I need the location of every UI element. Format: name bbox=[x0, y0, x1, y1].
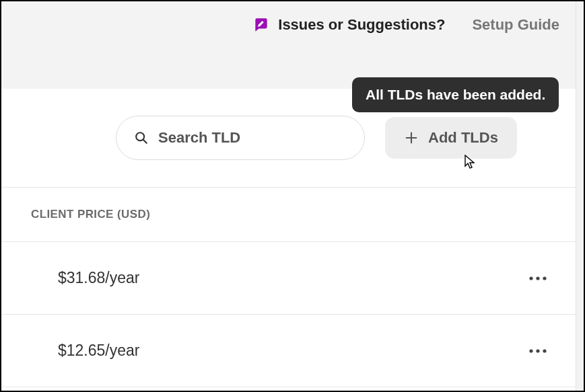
ellipsis-icon bbox=[528, 276, 547, 281]
search-input[interactable] bbox=[158, 129, 347, 147]
svg-line-1 bbox=[143, 140, 147, 143]
search-icon bbox=[134, 130, 149, 145]
table-row: $12.65/year bbox=[1, 315, 584, 387]
row-actions-button[interactable] bbox=[516, 344, 559, 358]
ellipsis-icon bbox=[528, 348, 547, 354]
issues-suggestions-link[interactable]: Issues or Suggestions? bbox=[252, 16, 445, 34]
svg-point-4 bbox=[529, 276, 532, 280]
setup-guide-label: Setup Guide bbox=[472, 16, 559, 33]
search-tld-box[interactable] bbox=[116, 116, 365, 160]
svg-point-9 bbox=[543, 349, 546, 352]
column-header-label: CLIENT PRICE (USD) bbox=[31, 208, 150, 221]
price-cell: $31.68/year bbox=[58, 269, 139, 287]
row-actions-button[interactable] bbox=[516, 272, 559, 285]
column-header: CLIENT PRICE (USD) bbox=[1, 187, 584, 242]
comment-edit-icon bbox=[252, 16, 270, 34]
top-bar: Issues or Suggestions? Setup Guide bbox=[1, 1, 584, 89]
price-cell: $12.65/year bbox=[58, 342, 139, 360]
scrollbar-track[interactable] bbox=[576, 1, 584, 391]
add-tlds-button[interactable]: Add TLDs bbox=[385, 117, 517, 159]
svg-point-8 bbox=[536, 349, 539, 352]
tooltip-text: All TLDs have been added. bbox=[366, 87, 545, 102]
svg-point-7 bbox=[529, 349, 532, 352]
svg-point-5 bbox=[536, 276, 539, 280]
plus-icon bbox=[404, 130, 419, 145]
issues-suggestions-label: Issues or Suggestions? bbox=[278, 16, 445, 34]
tooltip: All TLDs have been added. bbox=[352, 77, 559, 112]
content-area: Add TLDs CLIENT PRICE (USD) $31.68/year … bbox=[1, 89, 584, 387]
setup-guide-link[interactable]: Setup Guide bbox=[472, 16, 559, 34]
table-row: $31.68/year bbox=[1, 242, 584, 315]
add-tlds-label: Add TLDs bbox=[428, 129, 498, 147]
svg-point-6 bbox=[543, 276, 546, 280]
